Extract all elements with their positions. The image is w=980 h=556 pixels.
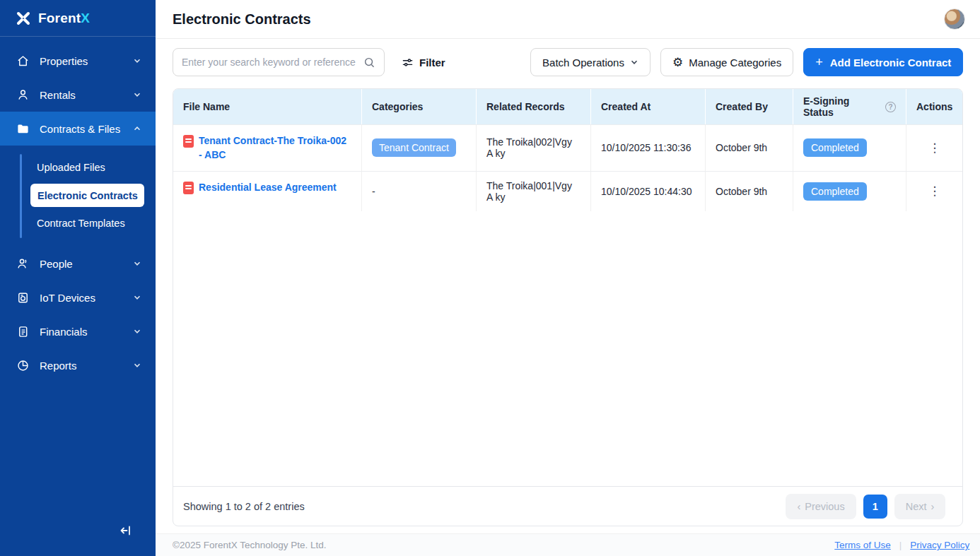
toolbar: Filter Batch Operations ⚙ Manage Categor… [156,39,980,76]
chevron-down-icon [133,259,141,268]
pagination-bar: Showing 1 to 2 of 2 entries ‹ Previous 1… [173,486,962,526]
created-by-cell: October 9th [706,172,793,211]
table-empty-space [173,211,962,486]
column-header-created-at: Created At [591,89,706,124]
manage-categories-label: Manage Categories [689,57,781,69]
row-actions-menu-icon[interactable]: ⋮ [928,185,940,197]
sidebar-item-label: Rentals [40,89,123,101]
sidebar-item-label: IoT Devices [40,292,123,304]
pdf-file-icon [183,135,194,148]
sidebar-item-people[interactable]: People [0,247,156,280]
contracts-files-submenu: Uploaded Files Electronic Contracts Cont… [0,146,156,247]
home-icon [16,54,30,68]
file-name-link[interactable]: Residential Lease Agreement [199,180,337,194]
pdf-file-icon [183,182,194,194]
row-actions-menu-icon[interactable]: ⋮ [928,142,940,154]
sidebar-item-financials[interactable]: Financials [0,314,156,348]
chevron-down-icon [133,361,141,369]
page-number-button[interactable]: 1 [863,495,887,519]
brand-x-icon [16,11,31,26]
filter-sliders-icon [402,57,414,69]
file-name-link[interactable]: Tenant Contract-The Troika-002 - ABC [199,134,351,162]
previous-page-button[interactable]: ‹ Previous [786,494,856,519]
pagination-controls: ‹ Previous 1 Next › [786,494,945,519]
chevron-up-icon [133,124,141,133]
created-at-cell: 10/10/2025 10:44:30 [591,172,706,211]
sub-item-label: Contract Templates [37,218,125,229]
pagination-summary: Showing 1 to 2 of 2 entries [183,501,305,512]
search-input[interactable] [182,57,358,68]
created-by-cell: October 9th [706,125,793,171]
user-avatar[interactable] [944,8,965,30]
sidebar-item-label: Reports [40,360,123,372]
status-badge: Completed [803,138,867,157]
column-header-related-records: Related Records [477,89,591,124]
sidebar-item-contract-templates[interactable]: Contract Templates [0,211,156,235]
chevron-down-icon [133,327,141,336]
sidebar-item-label: Financials [40,326,123,338]
footer-links: Terms of Use | Privacy Policy [834,540,969,550]
brand-logo[interactable]: ForentX [0,0,156,37]
people-icon [16,256,30,271]
actions-cell: ⋮ [906,125,962,171]
sidebar-nav: Properties Rentals Contracts & Files Upl… [0,37,156,382]
chevron-left-icon: ‹ [797,501,800,512]
pie-chart-icon [16,358,30,372]
status-badge: Completed [803,182,867,201]
add-electronic-contract-button[interactable]: + Add Electronic Contract [803,48,963,76]
related-records-cell: The Troika|002|Vgy A ky [477,125,591,171]
next-label: Next [906,501,927,512]
sidebar-item-rentals[interactable]: Rentals [0,78,156,112]
column-header-esigning-status: E-Signing Status ? [793,89,906,124]
terms-of-use-link[interactable]: Terms of Use [834,540,891,550]
sidebar-item-iot-devices[interactable]: IoT Devices [0,280,156,314]
search-icon[interactable] [363,57,375,69]
folder-icon [16,122,30,136]
file-name-cell: Residential Lease Agreement [173,172,362,211]
footer: © 2025 ForentX Technology Pte. Ltd. Term… [156,533,980,556]
sidebar-item-contracts-files[interactable]: Contracts & Files [0,112,156,146]
related-records-cell: The Troika|001|Vgy A ky [477,172,591,211]
main-content: Electronic Contracts Filter Batch Operat… [156,0,980,556]
table-header-row: File Name Categories Related Records Cre… [173,89,962,124]
privacy-policy-link[interactable]: Privacy Policy [910,540,969,550]
person-icon [16,88,30,102]
sidebar-item-label: Properties [40,55,123,67]
sidebar-item-properties[interactable]: Properties [0,44,156,78]
collapse-arrow-icon [119,524,133,538]
file-name-cell: Tenant Contract-The Troika-002 - ABC [173,125,362,171]
chevron-down-icon [630,58,638,66]
contracts-table-card: File Name Categories Related Records Cre… [173,88,963,526]
copyright-text: 2025 ForentX Technology Pte. Ltd. [180,540,327,550]
chevron-down-icon [133,293,141,302]
column-header-file-name: File Name [173,89,362,124]
filter-button[interactable]: Filter [395,57,453,69]
help-icon[interactable]: ? [885,102,896,112]
category-badge: Tenant Contract [372,138,456,157]
sidebar-item-label: Contracts & Files [40,123,123,135]
add-contract-label: Add Electronic Contract [830,57,952,69]
next-page-button[interactable]: Next › [894,494,946,519]
table-row: Tenant Contract-The Troika-002 - ABC Ten… [173,124,962,171]
table-row: Residential Lease Agreement - The Troika… [173,171,962,211]
esigning-status-cell: Completed [793,125,906,171]
chevron-down-icon [133,90,141,99]
sidebar-item-uploaded-files[interactable]: Uploaded Files [0,155,156,179]
iot-device-icon [16,290,30,304]
previous-label: Previous [805,501,844,512]
batch-operations-button[interactable]: Batch Operations [530,48,651,76]
chevron-right-icon: › [931,501,935,512]
created-at-cell: 10/10/2025 11:30:36 [591,125,706,171]
copyright-icon: © [173,540,180,550]
plus-icon: + [815,55,823,70]
categories-cell: Tenant Contract [362,125,477,171]
column-header-categories: Categories [362,89,477,124]
sidebar-item-electronic-contracts[interactable]: Electronic Contracts [30,184,144,207]
submenu-rail [20,154,22,238]
manage-categories-button[interactable]: ⚙ Manage Categories [660,48,793,76]
sidebar-collapse-button[interactable] [119,524,133,540]
categories-cell: - [362,172,477,211]
sub-item-label: Electronic Contracts [37,190,138,201]
actions-cell: ⋮ [906,172,962,211]
sidebar-item-reports[interactable]: Reports [0,348,156,382]
